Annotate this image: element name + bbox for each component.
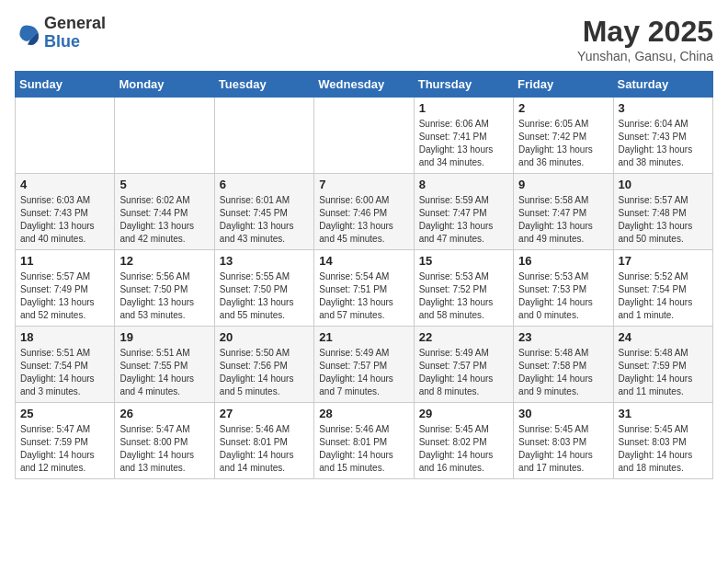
calendar-cell: 22Sunrise: 5:49 AMSunset: 7:57 PMDayligh…: [414, 327, 513, 403]
calendar-cell: 17Sunrise: 5:52 AMSunset: 7:54 PMDayligh…: [613, 250, 712, 327]
calendar-week-row: 18Sunrise: 5:51 AMSunset: 7:54 PMDayligh…: [16, 327, 713, 403]
calendar-cell: [214, 98, 313, 174]
calendar: SundayMondayTuesdayWednesdayThursdayFrid…: [15, 71, 713, 479]
day-info: Sunrise: 6:00 AMSunset: 7:46 PMDaylight:…: [319, 194, 408, 246]
day-number: 9: [518, 178, 608, 191]
day-number: 25: [20, 407, 109, 420]
calendar-cell: 28Sunrise: 5:46 AMSunset: 8:01 PMDayligh…: [314, 403, 414, 479]
page-header: General Blue May 2025 Yunshan, Gansu, Ch…: [15, 15, 713, 63]
day-number: 22: [419, 330, 508, 344]
day-number: 13: [220, 254, 309, 268]
day-info: Sunrise: 5:49 AMSunset: 7:57 PMDaylight:…: [419, 347, 508, 398]
day-number: 19: [119, 330, 209, 344]
day-number: 20: [220, 330, 309, 344]
day-number: 8: [419, 178, 508, 191]
day-info: Sunrise: 5:51 AMSunset: 7:54 PMDaylight:…: [20, 347, 109, 398]
calendar-cell: 19Sunrise: 5:51 AMSunset: 7:55 PMDayligh…: [115, 327, 214, 403]
day-info: Sunrise: 5:46 AMSunset: 8:01 PMDaylight:…: [319, 423, 408, 475]
day-number: 5: [119, 178, 209, 191]
calendar-cell: 12Sunrise: 5:56 AMSunset: 7:50 PMDayligh…: [115, 250, 214, 327]
day-number: 1: [419, 101, 508, 115]
day-info: Sunrise: 5:49 AMSunset: 7:57 PMDaylight:…: [319, 347, 408, 398]
day-number: 27: [220, 407, 309, 420]
day-info: Sunrise: 5:47 AMSunset: 7:59 PMDaylight:…: [20, 423, 109, 475]
day-info: Sunrise: 5:46 AMSunset: 8:01 PMDaylight:…: [220, 423, 309, 475]
day-info: Sunrise: 5:57 AMSunset: 7:49 PMDaylight:…: [20, 270, 109, 322]
calendar-cell: 24Sunrise: 5:48 AMSunset: 7:59 PMDayligh…: [613, 327, 712, 403]
day-info: Sunrise: 6:04 AMSunset: 7:43 PMDaylight:…: [619, 118, 708, 169]
day-number: 30: [518, 407, 608, 420]
calendar-cell: 20Sunrise: 5:50 AMSunset: 7:56 PMDayligh…: [214, 327, 313, 403]
title-block: May 2025 Yunshan, Gansu, China: [577, 15, 713, 63]
calendar-cell: 6Sunrise: 6:01 AMSunset: 7:45 PMDaylight…: [214, 174, 313, 250]
calendar-cell: 10Sunrise: 5:57 AMSunset: 7:48 PMDayligh…: [613, 174, 712, 250]
day-number: 3: [619, 101, 708, 115]
day-number: 10: [619, 178, 708, 191]
calendar-cell: 4Sunrise: 6:03 AMSunset: 7:43 PMDaylight…: [16, 174, 115, 250]
day-info: Sunrise: 5:48 AMSunset: 7:58 PMDaylight:…: [518, 347, 608, 398]
day-info: Sunrise: 5:51 AMSunset: 7:55 PMDaylight:…: [119, 347, 209, 398]
calendar-cell: 23Sunrise: 5:48 AMSunset: 7:58 PMDayligh…: [514, 327, 613, 403]
logo-text: General Blue: [44, 15, 106, 52]
day-of-week-header: Tuesday: [214, 72, 313, 98]
calendar-cell: 9Sunrise: 5:58 AMSunset: 7:47 PMDaylight…: [514, 174, 613, 250]
calendar-week-row: 11Sunrise: 5:57 AMSunset: 7:49 PMDayligh…: [16, 250, 713, 327]
day-of-week-header: Monday: [115, 72, 214, 98]
calendar-cell: 2Sunrise: 6:05 AMSunset: 7:42 PMDaylight…: [514, 98, 613, 174]
day-number: 12: [119, 254, 209, 268]
calendar-cell: [16, 98, 115, 174]
calendar-header-row: SundayMondayTuesdayWednesdayThursdayFrid…: [16, 72, 713, 98]
day-info: Sunrise: 5:52 AMSunset: 7:54 PMDaylight:…: [619, 270, 708, 322]
calendar-cell: 8Sunrise: 5:59 AMSunset: 7:47 PMDaylight…: [414, 174, 513, 250]
calendar-week-row: 1Sunrise: 6:06 AMSunset: 7:41 PMDaylight…: [16, 98, 713, 174]
calendar-cell: 16Sunrise: 5:53 AMSunset: 7:53 PMDayligh…: [514, 250, 613, 327]
calendar-cell: 25Sunrise: 5:47 AMSunset: 7:59 PMDayligh…: [16, 403, 115, 479]
calendar-cell: [115, 98, 214, 174]
calendar-cell: [314, 98, 414, 174]
calendar-cell: 26Sunrise: 5:47 AMSunset: 8:00 PMDayligh…: [115, 403, 214, 479]
calendar-cell: 18Sunrise: 5:51 AMSunset: 7:54 PMDayligh…: [16, 327, 115, 403]
calendar-cell: 11Sunrise: 5:57 AMSunset: 7:49 PMDayligh…: [16, 250, 115, 327]
day-number: 26: [119, 407, 209, 420]
day-of-week-header: Friday: [514, 72, 613, 98]
day-number: 7: [319, 178, 408, 191]
day-info: Sunrise: 6:01 AMSunset: 7:45 PMDaylight:…: [220, 194, 309, 246]
day-number: 15: [419, 254, 508, 268]
day-number: 24: [619, 330, 708, 344]
calendar-cell: 5Sunrise: 6:02 AMSunset: 7:44 PMDaylight…: [115, 174, 214, 250]
day-info: Sunrise: 5:57 AMSunset: 7:48 PMDaylight:…: [619, 194, 708, 246]
day-of-week-header: Saturday: [613, 72, 712, 98]
day-of-week-header: Sunday: [16, 72, 115, 98]
day-info: Sunrise: 6:03 AMSunset: 7:43 PMDaylight:…: [20, 194, 109, 246]
day-number: 6: [220, 178, 309, 191]
calendar-cell: 14Sunrise: 5:54 AMSunset: 7:51 PMDayligh…: [314, 250, 414, 327]
day-info: Sunrise: 5:58 AMSunset: 7:47 PMDaylight:…: [518, 194, 608, 246]
calendar-cell: 31Sunrise: 5:45 AMSunset: 8:03 PMDayligh…: [613, 403, 712, 479]
day-number: 29: [419, 407, 508, 420]
day-info: Sunrise: 5:48 AMSunset: 7:59 PMDaylight:…: [619, 347, 708, 398]
calendar-cell: 15Sunrise: 5:53 AMSunset: 7:52 PMDayligh…: [414, 250, 513, 327]
calendar-cell: 13Sunrise: 5:55 AMSunset: 7:50 PMDayligh…: [214, 250, 313, 327]
location: Yunshan, Gansu, China: [577, 49, 713, 63]
day-number: 2: [518, 101, 608, 115]
day-info: Sunrise: 6:02 AMSunset: 7:44 PMDaylight:…: [119, 194, 209, 246]
day-number: 31: [619, 407, 708, 420]
day-number: 14: [319, 254, 408, 268]
day-info: Sunrise: 5:54 AMSunset: 7:51 PMDaylight:…: [319, 270, 408, 322]
calendar-cell: 7Sunrise: 6:00 AMSunset: 7:46 PMDaylight…: [314, 174, 414, 250]
day-info: Sunrise: 5:45 AMSunset: 8:03 PMDaylight:…: [518, 423, 608, 475]
calendar-cell: 27Sunrise: 5:46 AMSunset: 8:01 PMDayligh…: [214, 403, 313, 479]
calendar-week-row: 4Sunrise: 6:03 AMSunset: 7:43 PMDaylight…: [16, 174, 713, 250]
day-info: Sunrise: 6:06 AMSunset: 7:41 PMDaylight:…: [419, 118, 508, 169]
day-of-week-header: Wednesday: [314, 72, 414, 98]
month-title: May 2025: [577, 15, 713, 49]
calendar-week-row: 25Sunrise: 5:47 AMSunset: 7:59 PMDayligh…: [16, 403, 713, 479]
logo: General Blue: [15, 15, 106, 52]
logo-icon: [15, 20, 40, 46]
calendar-cell: 1Sunrise: 6:06 AMSunset: 7:41 PMDaylight…: [414, 98, 513, 174]
day-of-week-header: Thursday: [414, 72, 513, 98]
calendar-cell: 21Sunrise: 5:49 AMSunset: 7:57 PMDayligh…: [314, 327, 414, 403]
day-info: Sunrise: 5:53 AMSunset: 7:52 PMDaylight:…: [419, 270, 508, 322]
day-info: Sunrise: 5:45 AMSunset: 8:02 PMDaylight:…: [419, 423, 508, 475]
day-number: 23: [518, 330, 608, 344]
